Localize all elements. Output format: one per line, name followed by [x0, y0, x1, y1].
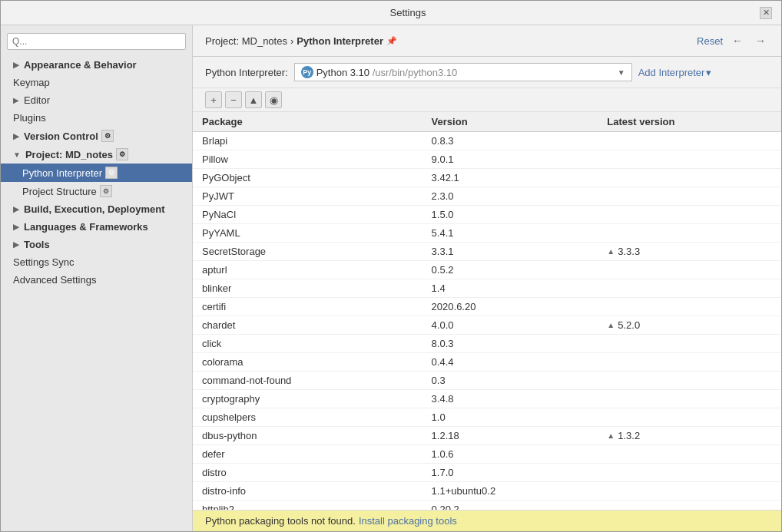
package-latest	[598, 279, 781, 298]
reset-button[interactable]: Reset	[697, 35, 723, 47]
col-latest: Latest version	[598, 112, 781, 132]
nav-back-button[interactable]: ←	[729, 33, 746, 48]
package-name: certifi	[193, 298, 422, 316]
package-version: 4.0.0	[422, 316, 598, 335]
table-row[interactable]: dbus-python1.2.18▲ 1.3.2	[193, 427, 781, 445]
package-version: 8.0.3	[422, 335, 598, 353]
package-version: 1.2.18	[422, 427, 598, 445]
sidebar-item-plugins[interactable]: Plugins	[1, 109, 192, 127]
package-name: apturl	[193, 261, 422, 279]
package-latest	[598, 464, 781, 482]
sidebar-item-tools[interactable]: ▶Tools	[1, 236, 192, 253]
col-version: Version	[422, 112, 598, 132]
package-name: cupshelpers	[193, 408, 422, 427]
table-row[interactable]: defer1.0.6	[193, 445, 781, 464]
install-tools-link[interactable]: Install packaging tools	[359, 515, 457, 527]
sidebar-label-settings-sync: Settings Sync	[13, 256, 75, 268]
package-version: 9.0.1	[422, 150, 598, 169]
package-name: click	[193, 335, 422, 353]
show-details-button[interactable]: ◉	[265, 91, 282, 108]
sidebar-item-settings-sync[interactable]: Settings Sync	[1, 253, 192, 271]
sidebar-label-python-interpreter: Python Interpreter	[22, 167, 102, 179]
package-version: 0.20.2	[422, 501, 598, 511]
interpreter-select[interactable]: Py Python 3.10 /usr/bin/python3.10 ▼	[294, 63, 632, 81]
table-toolbar: + − ▲ ◉	[193, 88, 781, 112]
package-name: dbus-python	[193, 427, 422, 445]
sidebar-arrow-build-execution: ▶	[13, 205, 19, 213]
sidebar-item-advanced-settings[interactable]: Advanced Settings	[1, 271, 192, 289]
package-name: httplib2	[193, 501, 422, 511]
sidebar-item-appearance[interactable]: ▶Appearance & Behavior	[1, 56, 192, 74]
sidebar-arrow-project-mdnotes: ▼	[13, 150, 21, 159]
nav-forward-button[interactable]: →	[752, 33, 769, 48]
table-row[interactable]: colorama0.4.4	[193, 353, 781, 372]
search-input[interactable]	[7, 33, 186, 50]
window-title: Settings	[56, 7, 760, 18]
package-name: blinker	[193, 279, 422, 298]
table-row[interactable]: command-not-found0.3	[193, 372, 781, 390]
sidebar-item-python-interpreter[interactable]: Python Interpreter⚙	[1, 164, 192, 182]
table-row[interactable]: cryptography3.4.8	[193, 390, 781, 408]
package-version: 0.4.4	[422, 353, 598, 372]
package-name: PyGObject	[193, 169, 422, 187]
add-interpreter-button[interactable]: Add Interpreter ▾	[638, 67, 712, 78]
sidebar-item-build-execution[interactable]: ▶Build, Execution, Deployment	[1, 200, 192, 218]
package-name: SecretStorage	[193, 243, 422, 261]
sidebar-settings-icon-version-control: ⚙	[101, 130, 114, 142]
package-latest	[598, 298, 781, 316]
table-row[interactable]: chardet4.0.0▲ 5.2.0	[193, 316, 781, 335]
package-version: 2.3.0	[422, 187, 598, 206]
sidebar-item-project-mdnotes[interactable]: ▼Project: MD_notes⚙	[1, 145, 192, 164]
interpreter-label: Python Interpreter:	[205, 67, 288, 78]
sidebar-item-version-control[interactable]: ▶Version Control⚙	[1, 127, 192, 145]
table-row[interactable]: certifi2020.6.20	[193, 298, 781, 316]
package-latest	[598, 482, 781, 501]
table-row[interactable]: Brlapi0.8.3	[193, 132, 781, 150]
table-row[interactable]: PyJWT2.3.0	[193, 187, 781, 206]
status-bar: Python packaging tools not found. Instal…	[193, 510, 781, 531]
table-row[interactable]: PyNaCl1.5.0	[193, 206, 781, 224]
update-package-button[interactable]: ▲	[245, 91, 262, 108]
table-row[interactable]: PyYAML5.4.1	[193, 224, 781, 243]
table-row[interactable]: blinker1.4	[193, 279, 781, 298]
table-row[interactable]: click8.0.3	[193, 335, 781, 353]
package-version: 2020.6.20	[422, 298, 598, 316]
package-table-container: Package Version Latest version Brlapi0.8…	[193, 112, 781, 510]
search-box	[7, 33, 186, 50]
breadcrumb: Project: MD_notes › Python Interpreter 📌	[205, 35, 397, 47]
table-row[interactable]: apturl0.5.2	[193, 261, 781, 279]
package-name: Pillow	[193, 150, 422, 169]
package-version: 5.4.1	[422, 224, 598, 243]
table-row[interactable]: distro-info1.1+ubuntu0.2	[193, 482, 781, 501]
package-name: chardet	[193, 316, 422, 335]
package-name: Brlapi	[193, 132, 422, 150]
table-row[interactable]: cupshelpers1.0	[193, 408, 781, 427]
sidebar-item-project-structure[interactable]: Project Structure⚙	[1, 182, 192, 200]
sidebar-item-editor[interactable]: ▶Editor	[1, 91, 192, 109]
remove-package-button[interactable]: −	[225, 91, 242, 108]
package-latest	[598, 445, 781, 464]
add-package-button[interactable]: +	[205, 91, 222, 108]
header-actions: Reset ← →	[697, 33, 769, 48]
sidebar-item-languages-frameworks[interactable]: ▶Languages & Frameworks	[1, 218, 192, 236]
table-row[interactable]: PyGObject3.42.1	[193, 169, 781, 187]
breadcrumb-current: Python Interpreter	[297, 35, 383, 47]
sidebar-arrow-tools: ▶	[13, 240, 19, 249]
interpreter-name: Python 3.10 /usr/bin/python3.10	[316, 67, 618, 78]
table-row[interactable]: SecretStorage3.3.1▲ 3.3.3	[193, 243, 781, 261]
sidebar-arrow-languages-frameworks: ▶	[13, 223, 19, 231]
table-row[interactable]: Pillow9.0.1	[193, 150, 781, 169]
table-row[interactable]: httplib20.20.2	[193, 501, 781, 511]
package-name: colorama	[193, 353, 422, 372]
sidebar-label-plugins: Plugins	[13, 112, 46, 124]
close-button[interactable]: ✕	[760, 7, 772, 19]
sidebar-item-keymap[interactable]: Keymap	[1, 74, 192, 91]
package-version: 1.1+ubuntu0.2	[422, 482, 598, 501]
table-row[interactable]: distro1.7.0	[193, 464, 781, 482]
package-version: 1.0.6	[422, 445, 598, 464]
package-name: distro	[193, 464, 422, 482]
sidebar-settings-icon-project-structure: ⚙	[100, 185, 112, 197]
sidebar-settings-icon-python-interpreter: ⚙	[105, 167, 118, 179]
breadcrumb-separator: ›	[290, 35, 293, 47]
package-name: command-not-found	[193, 372, 422, 390]
